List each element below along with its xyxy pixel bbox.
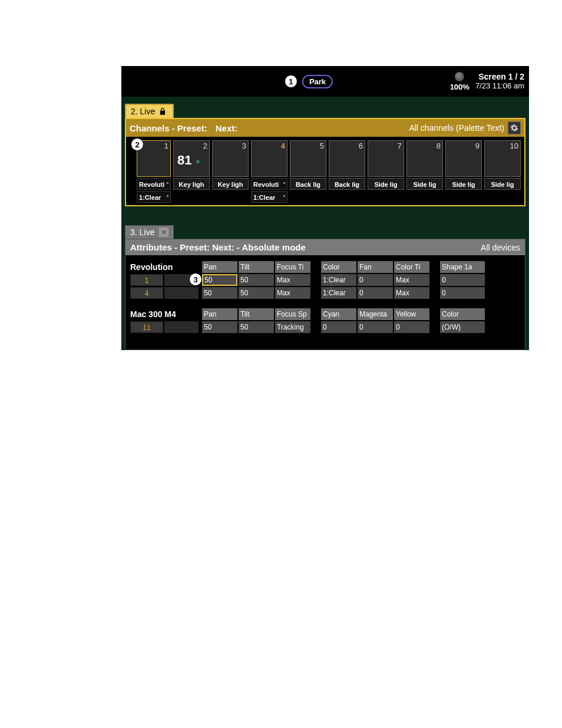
close-icon[interactable]: ✕ xyxy=(159,228,168,237)
attr-value-cell[interactable]: 0 xyxy=(358,287,393,299)
channel-extra: 1:Clear xyxy=(137,191,171,203)
channel-6[interactable]: 6Back lig xyxy=(329,140,365,203)
callout-1: 1 xyxy=(285,75,297,88)
channel-8[interactable]: 8Side lig xyxy=(406,140,443,203)
main-window: 1 Park 100% Screen 1 / 2 7/23 11:06 am 2… xyxy=(121,66,529,350)
channel-extra: Revoluti xyxy=(251,178,287,190)
attr-header-cell: Focus Sp xyxy=(275,308,310,320)
attr-value-cell[interactable]: Max xyxy=(394,274,429,286)
channel-number: 8 xyxy=(437,141,441,150)
attr-header-cell: Pan xyxy=(202,261,237,273)
attr-value-cell[interactable]: 0 xyxy=(394,321,429,333)
fixture-block: RevolutionPanTiltFocus TiColorFanColor T… xyxy=(130,261,520,299)
attr-header-cell: Fan xyxy=(358,261,393,273)
channel-9[interactable]: 9Side lig xyxy=(445,140,482,203)
channel-extra: Revoluti xyxy=(137,178,171,190)
callout-3: 3 xyxy=(189,273,202,286)
attr-value-cell[interactable]: Max xyxy=(394,287,429,299)
channel-4[interactable]: 4Revoluti1:Clear xyxy=(251,140,287,203)
channel-row: 2 1Revoluti1:Clear281▼Key ligh3Key ligh4… xyxy=(126,137,524,205)
channels-title: Channels - Preset: xyxy=(130,123,207,133)
screen-indicator: Screen 1 / 2 xyxy=(475,72,524,81)
callout-2: 2 xyxy=(131,138,144,151)
tab-live-2[interactable]: 2. Live xyxy=(125,104,174,118)
attr-value-cell[interactable]: (O/W) xyxy=(440,321,485,333)
attributes-panel: Attributes - Preset: Next: - Absolute mo… xyxy=(125,239,525,350)
channel-10[interactable]: 10Side lig xyxy=(484,140,521,203)
attributes-panel-wrapper: 3. Live ✕ Attributes - Preset: Next: - A… xyxy=(125,225,525,350)
attr-value-cell[interactable]: 1:Clear xyxy=(321,287,356,299)
tab-live-2-label: 2. Live xyxy=(131,107,155,116)
channel-number: 4 xyxy=(281,141,285,150)
attr-value-cell[interactable]: Max xyxy=(275,287,310,299)
attributes-title: Attributes - Preset: Next: - Absolute mo… xyxy=(130,242,306,252)
channel-sublabel: Back lig xyxy=(329,178,365,190)
attr-header-cell: Color xyxy=(321,261,356,273)
attr-value-cell[interactable]: 0 xyxy=(358,321,393,333)
attr-value-cell[interactable]: 0 xyxy=(440,287,485,299)
gear-button[interactable] xyxy=(508,121,521,134)
attr-value-cell[interactable]: 0 xyxy=(358,274,393,286)
attr-value-cell[interactable]: 0 xyxy=(440,274,485,286)
channel-number: 5 xyxy=(320,141,324,150)
attributes-filter: All devices xyxy=(481,243,520,252)
attr-value-cell[interactable]: 50 xyxy=(202,274,237,286)
fixture-channel-id[interactable]: 1 xyxy=(130,274,163,286)
fixture-name: Mac 300 M4 xyxy=(130,308,201,320)
channel-sublabel: Side lig xyxy=(368,178,404,190)
park-button[interactable]: Park xyxy=(302,75,333,88)
channel-number: 7 xyxy=(398,141,402,150)
tab-live-3[interactable]: 3. Live ✕ xyxy=(125,225,174,239)
down-triangle-icon: ▼ xyxy=(195,159,201,165)
attr-header-cell: Focus Ti xyxy=(275,261,310,273)
channel-sublabel: Key ligh xyxy=(173,178,210,190)
channel-sublabel: Side lig xyxy=(406,178,443,190)
channel-1[interactable]: 1Revoluti1:Clear xyxy=(137,140,171,203)
attributes-header: Attributes - Preset: Next: - Absolute mo… xyxy=(125,239,525,255)
clock: 7/23 11:06 am xyxy=(475,82,524,91)
attr-value-cell[interactable]: 0 xyxy=(321,321,356,333)
attr-header-cell: Tilt xyxy=(239,261,274,273)
attr-header-cell: Color xyxy=(440,308,485,320)
channel-5[interactable]: 5Back lig xyxy=(290,140,326,203)
channel-7[interactable]: 7Side lig xyxy=(368,140,404,203)
channel-extra: 1:Clear xyxy=(251,191,287,203)
lock-icon xyxy=(158,107,167,116)
fixture-block: Mac 300 M4PanTiltFocus SpCyanMagentaYell… xyxy=(130,308,520,333)
channels-panel: Channels - Preset: Next: All channels (P… xyxy=(125,118,525,206)
channel-number: 1 xyxy=(164,141,168,150)
intensity-percent: 100% xyxy=(450,83,470,91)
attr-value-cell[interactable]: Tracking xyxy=(275,321,310,333)
channel-value: 81 xyxy=(177,153,191,168)
channel-number: 10 xyxy=(510,141,518,150)
attr-header-cell: Cyan xyxy=(321,308,356,320)
channels-panel-wrapper: 2. Live Channels - Preset: Next: All cha… xyxy=(125,104,525,206)
intensity-icon xyxy=(455,72,464,81)
attributes-body: RevolutionPanTiltFocus TiColorFanColor T… xyxy=(125,255,525,350)
attr-value-cell[interactable]: Max xyxy=(275,274,310,286)
attr-header-cell: Yellow xyxy=(394,308,429,320)
attr-value-cell[interactable]: 50 xyxy=(239,274,274,286)
attr-header-cell: Pan xyxy=(202,308,237,320)
channel-number: 6 xyxy=(359,141,363,150)
fixture-channel-id[interactable]: 4 xyxy=(130,287,163,299)
fixture-channel-id[interactable]: 11 xyxy=(130,321,163,333)
channel-sublabel: Side lig xyxy=(484,178,521,190)
channel-number: 3 xyxy=(242,141,246,150)
attr-header-cell: Tilt xyxy=(239,308,274,320)
attr-value-cell[interactable]: 50 xyxy=(202,287,237,299)
channels-header: Channels - Preset: Next: All channels (P… xyxy=(126,119,524,137)
attr-header-cell: Magenta xyxy=(358,308,393,320)
channel-sublabel: Key ligh xyxy=(212,178,249,190)
attr-value-cell[interactable]: 50 xyxy=(239,287,274,299)
attr-value-cell[interactable]: 50 xyxy=(202,321,237,333)
attr-value-cell[interactable]: 1:Clear xyxy=(321,274,356,286)
channel-3[interactable]: 3Key ligh xyxy=(212,140,249,203)
attr-header-cell: Color Ti xyxy=(394,261,429,273)
fixture-name: Revolution xyxy=(130,261,201,273)
attr-value-cell[interactable]: 50 xyxy=(239,321,274,333)
tab-live-3-label: 3. Live xyxy=(130,228,154,237)
channel-sublabel: Side lig xyxy=(445,178,482,190)
channel-2[interactable]: 281▼Key ligh xyxy=(173,140,210,203)
channel-sublabel: Back lig xyxy=(290,178,326,190)
